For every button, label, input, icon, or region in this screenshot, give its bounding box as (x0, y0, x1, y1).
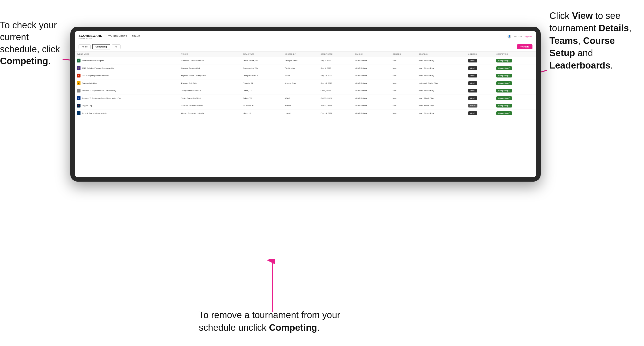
division-cell: NCAA Division I (353, 109, 390, 117)
user-icon: 👤 (508, 35, 511, 38)
event-name: John A. Burns Intercollegiate (82, 112, 107, 114)
start-date-cell: Oct 11, 2023 (318, 94, 353, 102)
scoring-cell: team, Match Play (417, 94, 466, 102)
edit-button[interactable]: ✏ Edit (468, 104, 478, 108)
gender-cell: Men (390, 109, 416, 117)
view-button[interactable]: View ℹ (468, 96, 477, 100)
home-filter-btn[interactable]: Home (78, 44, 91, 49)
gender-cell: Men (390, 57, 416, 64)
gender-cell: Men (390, 94, 416, 102)
scoring-cell: team, Stroke Play (417, 64, 466, 72)
city-state-cell: Maricopa, AZ (241, 102, 282, 109)
competing-cell: Competing ✓ (494, 64, 536, 72)
view-button[interactable]: View ℹ (468, 81, 477, 85)
division-cell: NCAA Division I (353, 57, 390, 64)
tablet-screen: SCOREBOARD Powered by clippi TOURNAMENTS… (75, 31, 536, 177)
venue-cell: Ocean Course At Hokuala (180, 109, 241, 117)
brand-powered: Powered by clippi (78, 37, 102, 39)
scoring-cell: team, Stroke Play (417, 57, 466, 64)
table-header: EVENT NAME VENUE CITY, STATE HOSTED BY S… (75, 52, 536, 57)
filter-bar: Home Competing All + Create (75, 42, 536, 52)
competing-badge[interactable]: Competing ✓ (496, 104, 512, 108)
start-date-cell: Sep 4, 2023 (318, 57, 353, 64)
event-name-cell: YPapago Individual (75, 79, 180, 87)
col-competing: COMPETING (494, 52, 536, 57)
annotation-view-bold: View (572, 11, 593, 21)
hosted-by-cell: ABAC (283, 94, 318, 102)
competing-cell: Competing ✓ (494, 72, 536, 79)
col-start-date: START DATE (318, 52, 353, 57)
annotation-details-bold: Details (599, 23, 629, 33)
event-name-cell: SFolds of Honor Collegiate (75, 57, 180, 64)
brand: SCOREBOARD Powered by clippi (78, 34, 102, 39)
col-scoring: SCORING (417, 52, 466, 57)
team-logo: Y (76, 81, 80, 85)
hosted-by-cell: Michigan State (283, 57, 318, 64)
view-button[interactable]: View ℹ (468, 111, 477, 115)
competing-badge[interactable]: Competing ✓ (496, 96, 512, 100)
table-row: JJackson T. Stephens Cup – Stroke PlayTr… (75, 87, 536, 94)
event-name: Copper Cup (82, 105, 92, 107)
annotation-bottom: To remove a tournament from your schedul… (199, 309, 368, 334)
event-name: Folds of Honor Collegiate (82, 60, 104, 62)
division-cell: NCAA Division I (353, 94, 390, 102)
view-button[interactable]: View ℹ (468, 89, 477, 93)
team-logo: J (76, 89, 80, 93)
event-name-cell: IOFCC Fighting Illini Invitational (75, 72, 180, 79)
nav-tournaments[interactable]: TOURNAMENTS (108, 35, 127, 38)
division-cell: NCAA Division I (353, 64, 390, 72)
city-state-cell: Dallas, TX (241, 94, 282, 102)
competing-badge[interactable]: Competing ✓ (496, 66, 512, 70)
event-name-cell: ACopper Cup (75, 102, 180, 109)
competing-badge[interactable]: Competing ✓ (496, 89, 512, 93)
arrow-bottom (267, 259, 279, 312)
competing-badge[interactable]: Competing ✓ (496, 81, 512, 85)
nav-teams[interactable]: TEAMS (132, 35, 140, 38)
scoring-cell: team, Stroke Play (417, 72, 466, 79)
event-name: Papago Individual (82, 82, 98, 84)
nav-links: TOURNAMENTS TEAMS (108, 35, 508, 38)
actions-cell: View ℹ (466, 79, 494, 87)
col-division: DIVISION (353, 52, 390, 57)
hosted-by-cell: Arizona (283, 102, 318, 109)
event-name-cell: JJackson T. Stephens Cup – Stroke Play (75, 87, 180, 94)
division-cell: NCAA Division I (353, 87, 390, 94)
team-logo: I (76, 74, 80, 77)
event-name-cell: JJackson T. Stephens Cup – Men's Match P… (75, 94, 180, 102)
competing-badge[interactable]: Competing ✓ (496, 111, 512, 115)
all-filter-btn[interactable]: All (112, 44, 120, 49)
scoring-cell: team, Stroke Play (417, 109, 466, 117)
start-date-cell: Oct 9, 2023 (318, 87, 353, 94)
city-state-cell: Grand Haven, MI (241, 57, 282, 64)
venue-cell: Papago Golf Club (180, 79, 241, 87)
signout-link[interactable]: Sign out (524, 35, 532, 38)
table-row: W2023 Sahalee Players ChampionshipSahale… (75, 64, 536, 72)
col-city-state: CITY, STATE (241, 52, 282, 57)
col-event-name: EVENT NAME (75, 52, 180, 57)
competing-badge[interactable]: Competing ✓ (496, 59, 512, 62)
view-button[interactable]: View ℹ (468, 66, 477, 70)
venue-cell: Sahalee Country Club (180, 64, 241, 72)
event-name-cell: HJohn A. Burns Intercollegiate (75, 109, 180, 117)
view-button[interactable]: View ℹ (468, 59, 477, 62)
gender-cell: Men (390, 79, 416, 87)
event-name-cell: W2023 Sahalee Players Championship (75, 64, 180, 72)
table-container: EVENT NAME VENUE CITY, STATE HOSTED BY S… (75, 52, 536, 177)
annotation-left-text: To check your current schedule, click Co… (0, 20, 60, 66)
view-button[interactable]: View ℹ (468, 74, 477, 77)
city-state-cell: Lihue, HI (241, 109, 282, 117)
competing-filter-btn[interactable]: Competing (92, 44, 110, 49)
competing-cell: Competing ✓ (494, 57, 536, 64)
hosted-by-cell (283, 87, 318, 94)
annotation-right: Click View to see tournament Details, Te… (550, 10, 642, 72)
event-name: 2023 Sahalee Players Championship (82, 67, 114, 69)
col-venue: VENUE (180, 52, 241, 57)
competing-cell: Competing ✓ (494, 109, 536, 117)
user-label: Test User (513, 35, 522, 38)
annotation-teams-bold: Teams (550, 36, 578, 46)
venue-cell: American Dunes Golf Club (180, 57, 241, 64)
create-button[interactable]: + Create (517, 44, 532, 49)
annotation-right-text: Click View to see tournament Details, Te… (550, 11, 632, 70)
table-row: SFolds of Honor CollegiateAmerican Dunes… (75, 57, 536, 64)
competing-badge[interactable]: Competing ✓ (496, 74, 512, 77)
